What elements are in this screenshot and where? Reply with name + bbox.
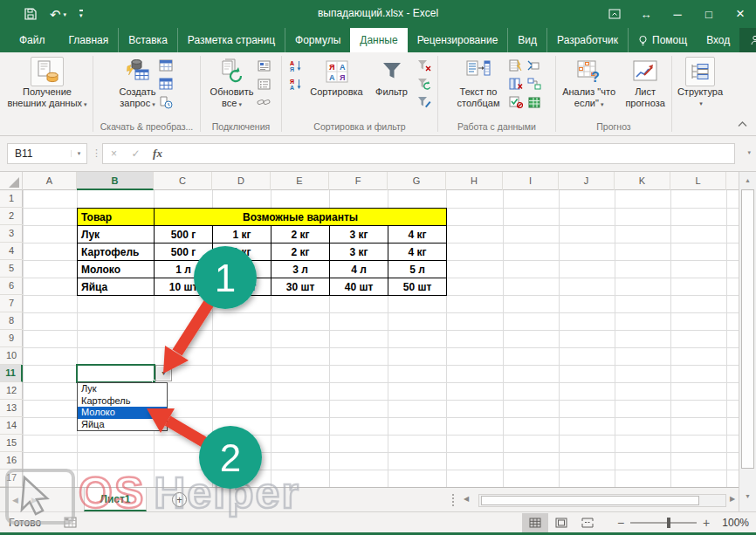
column-header-D[interactable]: D: [212, 172, 271, 190]
column-header-J[interactable]: J: [559, 172, 615, 190]
tab-formulas[interactable]: Формулы: [285, 28, 350, 52]
tab-review[interactable]: Рецензирование: [408, 28, 508, 52]
share-button[interactable]: Общий доступ: [739, 28, 756, 52]
table-cell[interactable]: 3 л: [271, 261, 330, 278]
select-all-corner[interactable]: [0, 172, 23, 190]
row-header-10[interactable]: 10: [0, 347, 23, 365]
table-header-variants[interactable]: Возможные варианты: [155, 209, 447, 226]
horizontal-scrollbar-thumb[interactable]: [481, 496, 699, 505]
row-header-7[interactable]: 7: [0, 295, 23, 312]
tab-data[interactable]: Данные: [350, 28, 407, 52]
page-break-view-icon[interactable]: [574, 513, 601, 532]
row-header-5[interactable]: 5: [0, 260, 23, 278]
table-cell[interactable]: 2 кг: [271, 226, 330, 243]
column-header-I[interactable]: I: [503, 172, 559, 190]
table-cell[interactable]: 20 шт: [213, 278, 271, 296]
row-header-4[interactable]: 4: [0, 243, 23, 260]
name-box-caret-icon[interactable]: ▾: [71, 150, 86, 157]
recent-sources-icon[interactable]: [158, 95, 174, 109]
edit-links-icon[interactable]: [256, 95, 271, 109]
column-header-E[interactable]: E: [271, 172, 329, 190]
page-layout-view-icon[interactable]: [548, 513, 574, 532]
dropdown-item[interactable]: Яйца: [78, 419, 167, 431]
horizontal-scrollbar[interactable]: [478, 494, 726, 507]
column-header-F[interactable]: F: [329, 172, 388, 190]
cancel-icon[interactable]: ×: [103, 147, 125, 160]
table-cell[interactable]: 2 кг: [271, 243, 330, 261]
zoom-out-button[interactable]: −: [615, 516, 627, 530]
advanced-filter-icon[interactable]: [416, 95, 432, 109]
consolidate-icon[interactable]: [526, 58, 542, 72]
vertical-scrollbar[interactable]: ▲ ▼: [739, 172, 756, 511]
row-header-8[interactable]: 8: [0, 312, 23, 330]
tab-developer[interactable]: Разработчик: [546, 28, 628, 52]
column-header-B[interactable]: B: [77, 172, 154, 190]
table-cell[interactable]: 4 кг: [388, 226, 447, 243]
resize-icon[interactable]: ↔: [630, 0, 662, 28]
tab-view[interactable]: Вид: [507, 28, 546, 52]
sign-in-button[interactable]: Вход: [697, 28, 739, 52]
table-cell[interactable]: 2 л: [213, 261, 271, 278]
close-icon[interactable]: ×: [725, 0, 756, 28]
scroll-left-icon[interactable]: ◀: [464, 495, 469, 503]
table-cell[interactable]: 4 кг: [388, 243, 447, 261]
table-cell[interactable]: 500 г: [155, 243, 213, 261]
validation-dropdown-button[interactable]: ▾: [155, 365, 172, 381]
dropdown-item[interactable]: Лук: [78, 383, 167, 395]
column-header-G[interactable]: G: [388, 172, 446, 190]
row-header-6[interactable]: 6: [0, 278, 23, 295]
row-header-13[interactable]: 13: [0, 400, 23, 417]
dropdown-item[interactable]: Картофель: [78, 395, 167, 408]
table-cell[interactable]: 40 шт: [330, 278, 388, 296]
relationships-icon[interactable]: [526, 77, 542, 91]
row-header-12[interactable]: 12: [0, 382, 23, 400]
row-header-11[interactable]: 11: [0, 365, 23, 382]
row-header-15[interactable]: 15: [0, 435, 23, 452]
row-header-1[interactable]: 1: [0, 190, 23, 208]
flash-fill-icon[interactable]: [508, 58, 524, 72]
dropdown-item[interactable]: Молоко: [78, 407, 167, 419]
table-cell[interactable]: Яйца: [78, 278, 155, 296]
column-header-K[interactable]: K: [615, 172, 670, 190]
zoom-in-button[interactable]: +: [700, 516, 712, 530]
enter-icon[interactable]: ✓: [125, 147, 147, 160]
table-cell[interactable]: Молоко: [78, 261, 155, 278]
vertical-scrollbar-thumb[interactable]: [741, 189, 754, 469]
connection-properties-icon[interactable]: [256, 58, 271, 72]
column-header-C[interactable]: C: [154, 172, 212, 190]
sort-descending-icon[interactable]: ЯА: [288, 77, 304, 91]
tab-tell-me[interactable]: Помощ: [628, 28, 697, 52]
scroll-right-icon[interactable]: ▶: [730, 495, 735, 503]
name-box[interactable]: B11 ▾: [7, 143, 87, 164]
column-header-H[interactable]: H: [446, 172, 503, 190]
table-cell[interactable]: Лук: [78, 226, 155, 243]
table-cell[interactable]: 3 кг: [330, 226, 388, 243]
scroll-down-icon[interactable]: ▼: [739, 488, 756, 504]
outline-button[interactable]: Структура ▾: [677, 55, 723, 109]
connection-list-icon[interactable]: [256, 77, 271, 91]
tab-insert[interactable]: Вставка: [118, 28, 177, 52]
selected-cell-B11[interactable]: [76, 364, 155, 383]
tabs-scrollbar-divider[interactable]: [452, 494, 454, 506]
column-header-L[interactable]: L: [670, 172, 726, 190]
minimize-icon[interactable]: ─: [662, 0, 693, 28]
row-header-2[interactable]: 2: [0, 208, 23, 225]
ribbon-display-options-icon[interactable]: [599, 0, 630, 28]
row-header-3[interactable]: 3: [0, 225, 23, 243]
formula-input[interactable]: × ✓ fx: [102, 143, 735, 164]
table-header-product[interactable]: Товар: [78, 209, 155, 226]
table-cell[interactable]: 30 шт: [271, 278, 330, 296]
forecast-sheet-button[interactable]: Лист прогноза: [622, 55, 669, 109]
get-external-data-button[interactable]: Получение внешних данных▾: [7, 55, 86, 110]
table-cell[interactable]: 1 л: [155, 261, 213, 278]
zoom-level[interactable]: 100%: [712, 517, 749, 529]
row-header-14[interactable]: 14: [0, 417, 23, 435]
save-icon[interactable]: [24, 8, 37, 20]
collapse-ribbon-icon[interactable]: [738, 115, 747, 131]
tab-page-layout[interactable]: Разметка страниц: [177, 28, 285, 52]
scroll-up-icon[interactable]: ▲: [739, 172, 756, 188]
remove-duplicates-icon[interactable]: [508, 77, 524, 91]
undo-button[interactable]: ↶ ▾: [50, 8, 66, 21]
table-cell[interactable]: Картофель: [78, 243, 155, 261]
sort-button[interactable]: ЯААЯ Сортировка: [306, 55, 368, 98]
